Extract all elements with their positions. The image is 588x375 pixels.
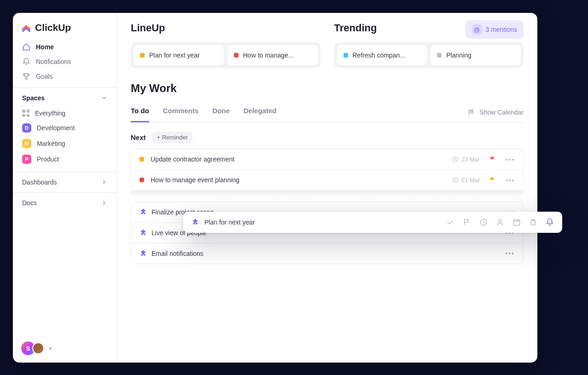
space-everything[interactable]: Everything	[17, 106, 113, 120]
space-product[interactable]: P Product	[17, 151, 113, 167]
docs-label: Docs	[22, 199, 37, 207]
nav-goals-label: Goals	[36, 73, 53, 80]
nav-notifications[interactable]: Notifications	[17, 54, 113, 69]
nav-notifications-label: Notifications	[36, 58, 71, 65]
svg-rect-4	[513, 220, 520, 225]
clock-icon[interactable]	[479, 218, 488, 226]
calendar-toggle-icon	[468, 109, 476, 116]
task-row[interactable]: Email notifications •••	[131, 243, 523, 264]
tab-comments[interactable]: Comments	[163, 102, 199, 122]
spaces-title: Spaces	[22, 94, 45, 102]
shadow-divider	[131, 190, 524, 197]
card-label: Refresh compan...	[353, 52, 405, 59]
trending-card[interactable]: Refresh compan...	[337, 45, 427, 65]
user-menu[interactable]: S ▼	[21, 341, 52, 355]
card-label: Plan for next year	[149, 52, 200, 59]
mentions-label: 3 mentions	[486, 26, 517, 33]
spaces-header[interactable]: Spaces	[13, 87, 116, 106]
task-group-next: Update contractor agreement 23 Mar ••• H…	[131, 149, 524, 190]
task-popover: Plan for next year	[183, 212, 562, 233]
space-label: Product	[37, 156, 59, 163]
clock-icon	[452, 177, 459, 183]
clock-icon	[452, 156, 459, 162]
grid-icon	[22, 110, 29, 117]
add-reminder-button[interactable]: + Reminder	[152, 132, 193, 143]
status-dot	[140, 157, 144, 162]
flag-icon[interactable]	[489, 156, 496, 163]
show-calendar-button[interactable]: Show Calendar	[468, 109, 524, 116]
space-label: Marketing	[37, 140, 65, 147]
space-label: Development	[37, 124, 75, 132]
task-title: Email notifications	[151, 250, 505, 257]
status-dot	[234, 53, 239, 58]
space-development[interactable]: D Development	[17, 120, 113, 136]
trophy-icon	[22, 72, 30, 81]
chevron-down-icon	[101, 95, 107, 101]
trending-cards: Refresh compan... Planning	[334, 42, 524, 68]
status-dot	[140, 178, 144, 182]
top-widgets: LineUp Plan for next year How to manage.…	[131, 22, 524, 68]
flag-icon[interactable]	[489, 176, 496, 184]
svg-point-3	[499, 219, 501, 222]
status-dot	[343, 53, 348, 58]
mywork-title: My Work	[131, 82, 524, 95]
task-date: 23 Mar	[452, 156, 480, 163]
assignee-icon[interactable]	[496, 218, 504, 226]
nav-home-label: Home	[36, 43, 54, 51]
trash-icon[interactable]	[529, 218, 537, 226]
nav-goals[interactable]: Goals	[17, 69, 113, 84]
flag-icon[interactable]	[463, 218, 471, 226]
puzzle-icon	[140, 250, 147, 257]
more-menu-button[interactable]: •••	[506, 156, 515, 163]
next-header: Next + Reminder	[131, 132, 524, 143]
mywork-tabs: To do Comments Done Delegated Show Calen…	[131, 102, 524, 122]
chevron-right-icon	[101, 200, 107, 206]
more-menu-button[interactable]: •••	[505, 250, 515, 257]
card-label: How to manage...	[243, 52, 294, 59]
lineup-title: LineUp	[131, 22, 320, 34]
calendar-icon[interactable]	[512, 218, 521, 226]
check-icon[interactable]	[446, 218, 454, 226]
space-badge: M	[22, 139, 31, 148]
puzzle-icon	[140, 229, 147, 237]
status-dot	[140, 53, 145, 58]
caret-down-icon: ▼	[48, 346, 52, 351]
popover-title: Plan for next year	[204, 219, 441, 226]
status-dot	[437, 53, 442, 58]
more-menu-button[interactable]: •••	[506, 177, 515, 184]
space-marketing[interactable]: M Marketing	[17, 136, 113, 151]
tab-done[interactable]: Done	[212, 102, 230, 122]
task-title: How to manage event planning	[151, 176, 452, 184]
nav-dashboards[interactable]: Dashboards	[13, 172, 116, 192]
home-icon	[22, 43, 30, 51]
dashboards-label: Dashboards	[22, 179, 57, 186]
app-window: ClickUp Home Notifications Goals	[13, 13, 537, 363]
spaces-list: Everything D Development M Marketing P P…	[13, 106, 116, 167]
lineup-card[interactable]: How to manage...	[227, 45, 318, 65]
lineup-card[interactable]: Plan for next year	[134, 45, 224, 65]
trending-section: @ 3 mentions Trending Refresh compan... …	[334, 22, 524, 68]
task-row[interactable]: Update contractor agreement 23 Mar •••	[131, 149, 523, 170]
bell-icon	[22, 58, 30, 66]
brand-name: ClickUp	[35, 22, 71, 33]
card-label: Planning	[446, 52, 472, 59]
mentions-button[interactable]: @ 3 mentions	[466, 20, 524, 39]
nav-docs[interactable]: Docs	[13, 192, 116, 213]
popover-actions	[446, 218, 554, 226]
task-row[interactable]: How to manage event planning 21 Mar •••	[131, 170, 523, 190]
show-calendar-label: Show Calendar	[479, 109, 524, 116]
task-date: 21 Mar	[452, 177, 480, 184]
at-icon: @	[472, 24, 482, 35]
tab-delegated[interactable]: Delegated	[244, 102, 277, 122]
task-group-other: Finalize project scope ••• Live view of …	[131, 202, 524, 264]
clickup-logo-icon	[21, 23, 31, 33]
nav-home[interactable]: Home	[17, 40, 113, 54]
brand: ClickUp	[13, 13, 116, 40]
task-title: Update contractor agreement	[151, 156, 452, 163]
trending-card[interactable]: Planning	[431, 45, 521, 65]
main-content: LineUp Plan for next year How to manage.…	[117, 13, 537, 363]
task-meta: 23 Mar •••	[452, 156, 515, 163]
sidebar: ClickUp Home Notifications Goals	[13, 13, 117, 363]
bell-icon[interactable]	[546, 218, 554, 226]
tab-todo[interactable]: To do	[131, 102, 149, 122]
